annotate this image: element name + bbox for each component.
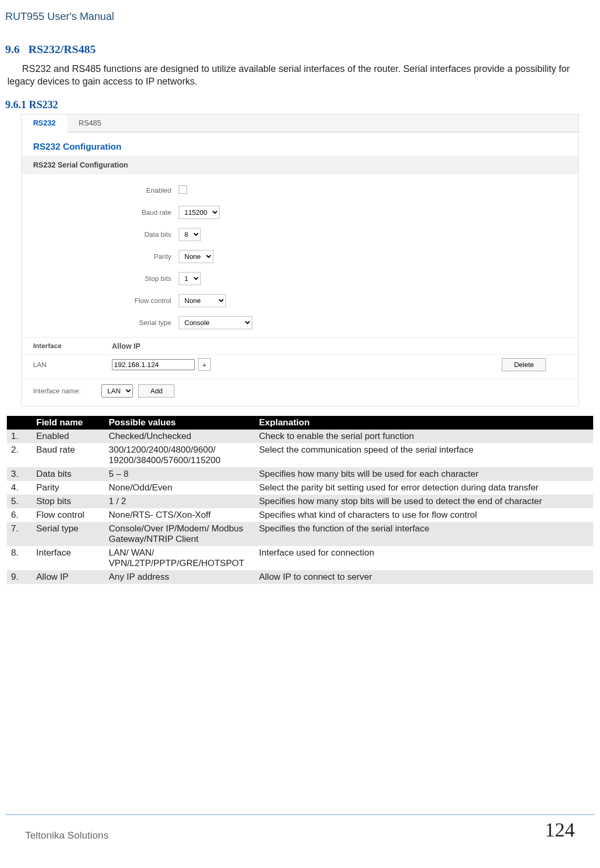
cell-field: Serial type <box>32 522 105 546</box>
label-interface-name: Interface name: <box>33 387 80 395</box>
cell-explain: Check to enable the serial port function <box>255 430 593 443</box>
cell-num: 4. <box>7 481 32 495</box>
cell-field: Allow IP <box>32 570 105 584</box>
cell-explain: Specifies how many stop bits will be use… <box>255 495 593 508</box>
table-row: 7. Serial type Console/Over IP/Modem/ Mo… <box>7 522 593 546</box>
cell-num: 3. <box>7 467 32 481</box>
select-parity[interactable]: None <box>179 250 213 263</box>
tab-bar: RS232 RS485 <box>22 114 578 132</box>
cell-explain: Specifies how many bits will be used for… <box>255 467 593 481</box>
page-footer: Teltonika Solutions 124 <box>5 814 595 841</box>
table-row: 5. Stop bits 1 / 2 Specifies how many st… <box>7 495 593 508</box>
cell-possible: Checked/Unchecked <box>105 430 255 443</box>
table-row: 6. Flow control None/RTS- CTS/Xon-Xoff S… <box>7 508 593 522</box>
iface-header-row: Interface Allow IP <box>22 337 578 354</box>
footer-page-number: 124 <box>545 818 575 841</box>
cell-possible: Console/Over IP/Modem/ Modbus Gateway/NT… <box>105 522 255 546</box>
th-field: Field name <box>32 416 105 430</box>
tab-rs232[interactable]: RS232 <box>22 114 67 132</box>
cell-possible: 5 – 8 <box>105 467 255 481</box>
cell-num: 2. <box>7 443 32 467</box>
cell-num: 5. <box>7 495 32 508</box>
cell-explain: Interface used for connection <box>255 546 593 570</box>
add-interface-row: Interface name: LAN Add <box>22 379 578 406</box>
th-num <box>7 416 32 430</box>
label-serialtype: Serial type <box>22 319 179 327</box>
config-subheading: RS232 Serial Configuration <box>22 155 578 174</box>
add-ip-button[interactable]: + <box>198 358 211 371</box>
label-databits: Data bits <box>22 231 179 238</box>
select-serialtype[interactable]: Console <box>179 316 252 329</box>
cell-possible: Any IP address <box>105 570 255 584</box>
section-heading: 9.6 RS232/RS485 <box>5 43 595 56</box>
select-baud[interactable]: 115200 <box>179 206 220 219</box>
subsection-number: 9.6.1 <box>5 99 26 110</box>
label-flow: Flow control <box>22 297 179 305</box>
add-button[interactable]: Add <box>138 384 174 398</box>
cell-num: 7. <box>7 522 32 546</box>
table-row: 9. Allow IP Any IP address Allow IP to c… <box>7 570 593 584</box>
cell-field: Interface <box>32 546 105 570</box>
cell-explain: Specifies what kind of characters to use… <box>255 508 593 522</box>
cell-num: 9. <box>7 570 32 584</box>
label-enabled: Enabled <box>22 186 179 194</box>
footer-brand: Teltonika Solutions <box>25 830 108 841</box>
cell-num: 1. <box>7 430 32 443</box>
cell-num: 6. <box>7 508 32 522</box>
select-interface-name[interactable]: LAN <box>101 384 133 398</box>
subsection-title: RS232 <box>29 99 58 110</box>
cell-possible: 1 / 2 <box>105 495 255 508</box>
cell-field: Baud rate <box>32 443 105 467</box>
subsection-heading: 9.6.1 RS232 <box>5 99 595 111</box>
cell-field: Flow control <box>32 508 105 522</box>
iface-header-allowip: Allow IP <box>112 342 212 350</box>
cell-explain: Specifies the function of the serial int… <box>255 522 593 546</box>
cell-field: Parity <box>32 481 105 495</box>
label-parity: Parity <box>22 253 179 260</box>
parameters-table: Field name Possible values Explanation 1… <box>7 416 593 584</box>
cell-possible: None/Odd/Even <box>105 481 255 495</box>
section-intro: RS232 and RS485 functions are designed t… <box>5 62 595 91</box>
cell-field: Enabled <box>32 430 105 443</box>
table-row: 1. Enabled Checked/Unchecked Check to en… <box>7 430 593 443</box>
table-row: 8. Interface LAN/ WAN/ VPN/L2TP/PPTP/GRE… <box>7 546 593 570</box>
cell-num: 8. <box>7 546 32 570</box>
cell-explain: Select the parity bit setting used for e… <box>255 481 593 495</box>
config-form: Enabled Baud rate 115200 Data bits 8 Par… <box>22 174 578 337</box>
cell-possible: None/RTS- CTS/Xon-Xoff <box>105 508 255 522</box>
iface-row-name: LAN <box>33 361 112 369</box>
input-allow-ip[interactable] <box>112 359 195 370</box>
select-stopbits[interactable]: 1 <box>179 272 201 285</box>
cell-possible: LAN/ WAN/ VPN/L2TP/PPTP/GRE/HOTSPOT <box>105 546 255 570</box>
section-title: RS232/RS485 <box>28 43 96 56</box>
label-baud: Baud rate <box>22 208 179 216</box>
checkbox-enabled[interactable] <box>179 185 187 194</box>
table-row: 3. Data bits 5 – 8 Specifies how many bi… <box>7 467 593 481</box>
cell-field: Stop bits <box>32 495 105 508</box>
select-databits[interactable]: 8 <box>179 228 201 241</box>
select-flow[interactable]: None <box>179 294 226 307</box>
table-row: 2. Baud rate 300/1200/2400/4800/9600/ 19… <box>7 443 593 467</box>
page-header: RUT955 User's Manual <box>5 11 595 27</box>
iface-row: LAN + Delete <box>22 354 578 379</box>
label-stopbits: Stop bits <box>22 275 179 283</box>
tab-rs485[interactable]: RS485 <box>67 114 113 132</box>
config-heading: RS232 Configuration <box>22 132 578 155</box>
cell-possible: 300/1200/2400/4800/9600/ 19200/38400/576… <box>105 443 255 467</box>
config-screenshot: RS232 RS485 RS232 Configuration RS232 Se… <box>21 114 579 406</box>
th-explain: Explanation <box>255 416 593 430</box>
table-row: 4. Parity None/Odd/Even Select the parit… <box>7 481 593 495</box>
cell-explain: Allow IP to connect to server <box>255 570 593 584</box>
cell-explain: Select the communication speed of the se… <box>255 443 593 467</box>
th-possible: Possible values <box>105 416 255 430</box>
iface-header-interface: Interface <box>33 342 112 350</box>
section-number: 9.6 <box>5 43 20 56</box>
delete-button[interactable]: Delete <box>502 358 546 371</box>
cell-field: Data bits <box>32 467 105 481</box>
